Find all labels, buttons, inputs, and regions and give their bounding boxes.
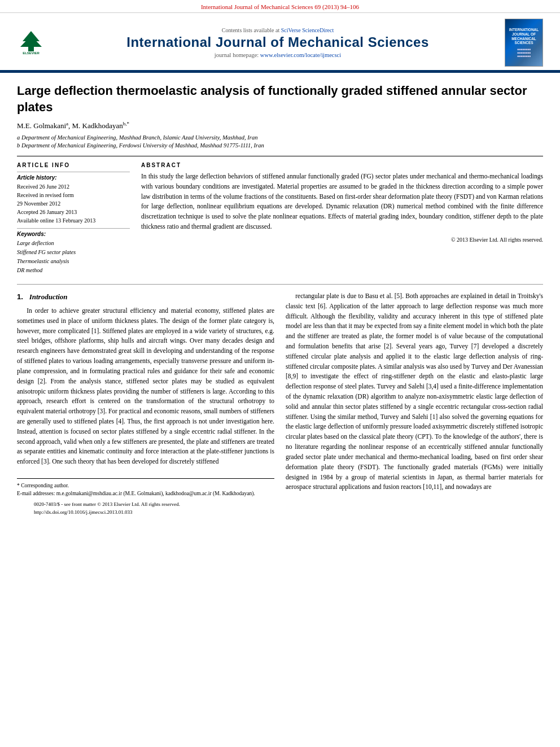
- svg-text:ELSEVIER: ELSEVIER: [23, 51, 40, 55]
- copyright-line: © 2013 Elsevier Ltd. All rights reserved…: [141, 237, 543, 243]
- affiliation-b: b Department of Mechanical Engineering, …: [17, 142, 543, 150]
- article-info-panel: ARTICLE INFO Article history: Received 2…: [17, 162, 130, 278]
- footnote-star: * Corresponding author.: [17, 482, 274, 490]
- journal-title: International Journal of Mechanical Scie…: [51, 34, 505, 50]
- body-col-right: rectangular plate is due to Basu et al. …: [286, 291, 543, 498]
- article-history: Article history: Received 26 June 2012 R…: [17, 172, 130, 225]
- sciverse-link[interactable]: SciVerse ScienceDirect: [281, 27, 334, 33]
- available-date: Available online 13 February 2013: [17, 216, 130, 225]
- svg-rect-3: [28, 47, 34, 51]
- journal-header: ELSEVIER Contents lists available at Sci…: [0, 13, 560, 71]
- affiliations: a Department of Mechanical Engineering, …: [17, 134, 543, 150]
- email-link-1[interactable]: m.e.golmakani@mshdiau.ac.ir (M.E. Golmak…: [56, 491, 164, 496]
- body-rule: [17, 284, 543, 285]
- footnote-email2: kadkhodoa@um.ac.ir (M. Kadkhodayan).: [165, 491, 255, 496]
- abstract-title: ABSTRACT: [141, 162, 543, 168]
- homepage-link[interactable]: www.elsevier.com/locate/ijmecsci: [260, 52, 341, 58]
- authors-line: M.E. Golmakania, M. Kadkhodayanb,*: [17, 121, 543, 130]
- footnote-emails: E-mail addresses: m.e.golmakani@mshdiau.…: [17, 490, 274, 497]
- intro-heading: 1. Introduction: [17, 291, 274, 303]
- elsevier-logo-icon: ELSEVIER: [11, 30, 51, 55]
- abstract-panel: ABSTRACT In this study the large deflect…: [141, 162, 543, 278]
- intro-section-num: 1.: [17, 292, 23, 301]
- body-col-left: 1. Introduction In order to achieve grea…: [17, 291, 274, 498]
- revised-date: 29 November 2012: [17, 199, 130, 208]
- footnote-area: * Corresponding author. E-mail addresses…: [17, 478, 274, 498]
- article-info-title: ARTICLE INFO: [17, 162, 130, 168]
- keywords-section: Keywords: Large deflection Stiffened FG …: [17, 228, 130, 275]
- intro-para-2: rectangular plate is due to Basu et al. …: [286, 291, 543, 492]
- elsevier-logo-area: ELSEVIER: [11, 30, 51, 55]
- keywords-label: Keywords:: [17, 231, 130, 237]
- keyword-1: Large deflection: [17, 239, 130, 248]
- accepted-date: Accepted 26 January 2013: [17, 208, 130, 216]
- issn-line: 0020-7403/$ - see front matter © 2013 El…: [34, 500, 526, 508]
- intro-section-title: Introduction: [29, 292, 68, 301]
- author-2-sup: b,*: [123, 121, 129, 126]
- doi-line: http://dx.doi.org/10.1016/j.ijmecsci.201…: [34, 508, 526, 516]
- journal-homepage: journal homepage: www.elsevier.com/locat…: [51, 52, 505, 58]
- affiliation-a: a Department of Mechanical Engineering, …: [17, 134, 543, 142]
- intro-para-1: In order to achieve greater structural e…: [17, 306, 274, 467]
- revised-label: Received in revised form: [17, 191, 130, 199]
- affiliations-rule: [17, 156, 543, 156]
- journal-citation-bar: International Journal of Mechanical Scie…: [0, 0, 560, 13]
- info-abstract-section: ARTICLE INFO Article history: Received 2…: [17, 162, 543, 278]
- bottom-bar: 0020-7403/$ - see front matter © 2013 El…: [17, 498, 543, 519]
- article-container: Large deflection thermoelastic analysis …: [0, 73, 560, 524]
- history-label: Article history:: [17, 174, 130, 181]
- keyword-3: Thermoelastic analysis: [17, 257, 130, 266]
- body-section: 1. Introduction In order to achieve grea…: [17, 291, 543, 498]
- abstract-text: In this study the large deflection behav…: [141, 172, 543, 232]
- keyword-4: DR method: [17, 266, 130, 275]
- journal-center-info: Contents lists available at SciVerse Sci…: [51, 27, 505, 58]
- author-1: M.E. Golmakani: [17, 122, 66, 130]
- author-2: , M. Kadkhodayan: [68, 122, 123, 130]
- journal-citation-text: International Journal of Mechanical Scie…: [201, 3, 359, 10]
- journal-cover-image: INTERNATIONALJOURNAL OFMECHANICALSCIENCE…: [505, 19, 543, 67]
- article-title: Large deflection thermoelastic analysis …: [17, 83, 543, 115]
- received-date: Received 26 June 2012: [17, 182, 130, 191]
- sciverse-line: Contents lists available at SciVerse Sci…: [51, 27, 505, 33]
- footnote-email-label: E-mail addresses:: [17, 491, 55, 496]
- keyword-2: Stiffened FG sector plates: [17, 248, 130, 257]
